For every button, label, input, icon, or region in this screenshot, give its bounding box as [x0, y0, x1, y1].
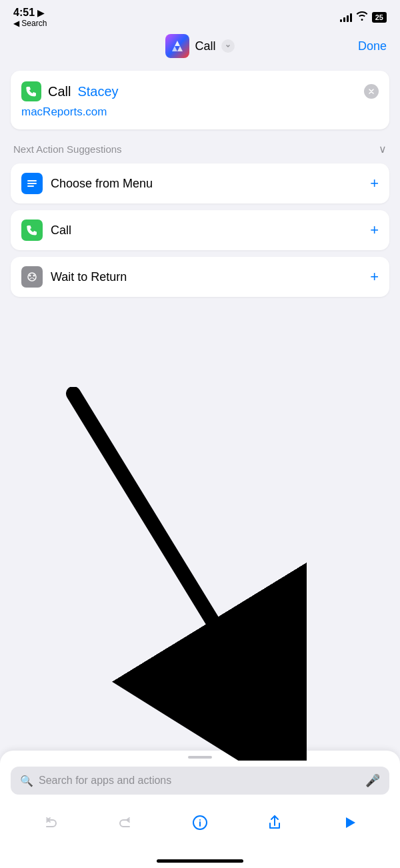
call-action-row: Call Stacey — [21, 81, 379, 101]
battery-icon: 25 — [372, 12, 387, 23]
wait-icon — [21, 266, 43, 288]
choose-from-menu-label: Choose from Menu — [51, 177, 362, 191]
time-display: 4:51 — [13, 7, 35, 19]
annotation-arrow — [53, 387, 307, 761]
nav-title-text: Call — [195, 39, 215, 53]
close-button[interactable] — [364, 84, 379, 99]
suggestions-chevron[interactable]: ∨ — [379, 143, 387, 155]
svg-rect-2 — [27, 185, 34, 187]
status-left: 4:51 ▶ ◀ Search — [13, 7, 47, 28]
status-time: 4:51 ▶ — [13, 7, 44, 19]
bottom-sheet: 🔍 Search for apps and actions 🎤 — [0, 751, 400, 868]
search-bar[interactable]: 🔍 Search for apps and actions 🎤 — [11, 767, 389, 795]
suggestion-wait-to-return[interactable]: Wait to Return + — [11, 257, 389, 297]
suggestion-call[interactable]: Call + — [11, 210, 389, 250]
wifi-icon — [356, 11, 368, 23]
nav-title: Call — [165, 34, 234, 58]
home-bar — [157, 859, 243, 863]
menu-icon — [21, 173, 43, 194]
suggestions-header: Next Action Suggestions ∨ — [11, 143, 389, 155]
svg-point-4 — [29, 275, 31, 277]
back-button[interactable]: ◀ Search — [13, 19, 47, 28]
svg-line-7 — [73, 394, 273, 721]
add-choose-menu-button[interactable]: + — [370, 175, 379, 192]
location-icon: ▶ — [37, 8, 44, 18]
bottom-area: 🔍 Search for apps and actions 🎤 — [0, 751, 400, 868]
status-bar: 4:51 ▶ ◀ Search 25 — [0, 0, 400, 29]
shortcuts-app-icon — [165, 34, 189, 58]
nav-bar: Call Done — [0, 29, 400, 63]
call-suggestion-label: Call — [51, 224, 362, 238]
share-button[interactable] — [260, 808, 289, 837]
main-content: Call Stacey macReports.com Next Action S… — [0, 63, 400, 312]
info-button[interactable] — [185, 808, 215, 837]
search-icon: 🔍 — [20, 775, 33, 787]
suggestion-choose-from-menu[interactable]: Choose from Menu + — [11, 163, 389, 203]
contact-name[interactable]: Stacey — [77, 84, 118, 99]
call-card: Call Stacey macReports.com — [11, 71, 389, 129]
play-button[interactable] — [335, 808, 364, 837]
add-call-button[interactable]: + — [370, 222, 379, 239]
title-chevron[interactable] — [221, 39, 235, 53]
suggestions-title: Next Action Suggestions — [13, 143, 122, 155]
home-indicator — [0, 845, 400, 868]
svg-point-10 — [199, 819, 201, 821]
wait-to-return-label: Wait to Return — [51, 270, 362, 284]
website-link[interactable]: macReports.com — [21, 105, 379, 119]
done-button[interactable]: Done — [358, 39, 387, 53]
undo-button[interactable] — [36, 808, 65, 837]
call-suggestion-icon — [21, 220, 43, 241]
call-label: Call — [48, 84, 71, 99]
redo-button[interactable] — [111, 808, 140, 837]
svg-point-3 — [28, 273, 36, 281]
svg-point-5 — [33, 275, 35, 277]
svg-marker-11 — [346, 817, 355, 828]
mic-icon[interactable]: 🎤 — [365, 773, 380, 788]
add-wait-button[interactable]: + — [370, 268, 379, 286]
bottom-sheet-handle — [188, 756, 212, 759]
search-input[interactable]: Search for apps and actions — [39, 775, 360, 787]
back-label[interactable]: ◀ Search — [13, 19, 47, 28]
bottom-toolbar — [0, 803, 400, 845]
status-right: 25 — [340, 11, 387, 23]
phone-icon — [21, 81, 41, 101]
svg-rect-0 — [27, 180, 37, 181]
signal-icon — [340, 13, 352, 22]
search-bar-container: 🔍 Search for apps and actions 🎤 — [0, 767, 400, 803]
svg-rect-1 — [27, 183, 37, 184]
